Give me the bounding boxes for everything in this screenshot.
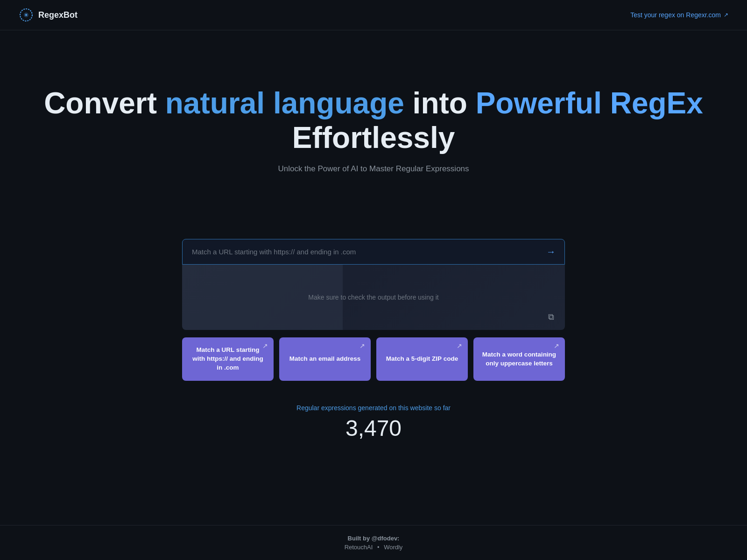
logo-text: RegexBot [38, 10, 78, 20]
suggestion-text-2: Match a 5-digit ZIP code [386, 355, 458, 364]
external-link[interactable]: Test your regex on Regexr.com ↗ [630, 11, 728, 19]
stats-number: 3,470 [182, 415, 565, 441]
header: RegexBot Test your regex on Regexr.com ↗ [0, 0, 747, 30]
footer-link-2[interactable]: Wordly [384, 544, 402, 551]
input-wrapper: → [182, 239, 565, 265]
footer-built-by: Built by @dfodev: [19, 535, 728, 542]
suggestion-text-3: Match a word containing only uppercase l… [481, 350, 557, 368]
footer: Built by @dfodev: RetouchAI • Wordly [0, 525, 747, 560]
suggestion-arrow-2: ↗ [457, 342, 462, 350]
external-link-label: Test your regex on Regexr.com [630, 11, 721, 19]
footer-link-1[interactable]: RetouchAI [345, 544, 373, 551]
suggestions-grid: ↗ Match a URL starting with https:// and… [182, 337, 565, 381]
hero-title-part2: into [404, 86, 476, 120]
suggestion-text-1: Match an email address [289, 355, 360, 364]
stats-section: Regular expressions generated on this we… [182, 404, 565, 441]
arrow-icon: → [546, 246, 556, 257]
stats-label: Regular expressions generated on this we… [182, 404, 565, 412]
hero-title-part3: Effortlessly [292, 121, 455, 154]
suggestion-card-2[interactable]: ↗ Match a 5-digit ZIP code [376, 337, 468, 381]
suggestion-arrow-1: ↗ [359, 342, 365, 350]
suggestion-card-3[interactable]: ↗ Match a word containing only uppercase… [473, 337, 565, 381]
suggestion-text-0: Match a URL starting with https:// and e… [190, 346, 266, 372]
output-placeholder: Make sure to check the output before usi… [308, 294, 438, 301]
main-input[interactable] [182, 239, 565, 265]
suggestion-card-0[interactable]: ↗ Match a URL starting with https:// and… [182, 337, 274, 381]
suggestion-card-1[interactable]: ↗ Match an email address [279, 337, 371, 381]
hero-title: Convert natural language into Powerful R… [19, 86, 728, 155]
hero-section: Convert natural language into Powerful R… [0, 30, 747, 202]
hero-subtitle: Unlock the Power of AI to Master Regular… [19, 164, 728, 174]
suggestion-arrow-0: ↗ [262, 342, 268, 350]
copy-icon: ⧉ [548, 312, 554, 322]
submit-button[interactable]: → [543, 245, 558, 259]
main-content: → Make sure to check the output before u… [163, 239, 584, 441]
external-link-icon: ↗ [724, 12, 728, 18]
logo-area: RegexBot [19, 7, 78, 22]
hero-title-highlight1: natural language [165, 86, 404, 120]
footer-separator: • [377, 544, 380, 551]
svg-point-2 [25, 14, 27, 16]
copy-button[interactable]: ⧉ [543, 309, 558, 324]
footer-built-by-label: Built by @dfodev: [348, 535, 400, 542]
hero-title-highlight2: Powerful RegEx [476, 86, 703, 120]
footer-links: RetouchAI • Wordly [19, 544, 728, 551]
output-area: Make sure to check the output before usi… [182, 265, 565, 330]
suggestion-arrow-3: ↗ [554, 342, 559, 350]
hero-title-part1: Convert [44, 86, 165, 120]
logo-icon [19, 7, 34, 22]
